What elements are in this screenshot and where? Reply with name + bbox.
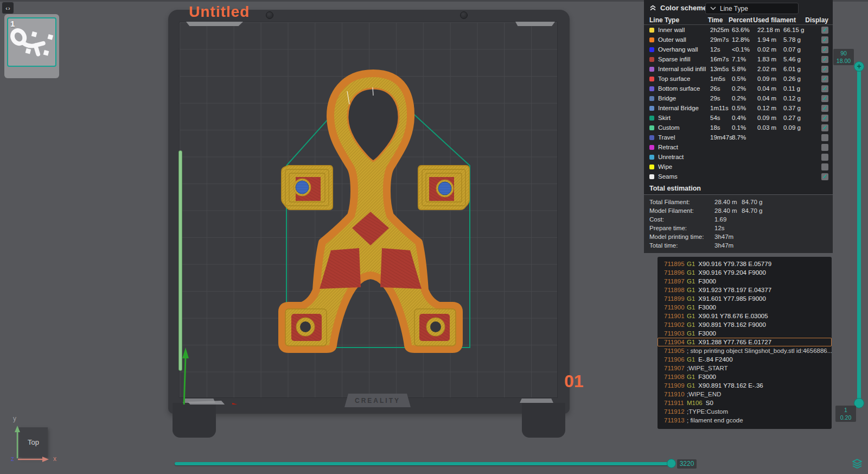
- gcode-args: ;WIPE_END: [687, 391, 721, 397]
- gcode-preview-model: [168, 10, 570, 405]
- gcode-command: G1: [687, 330, 695, 337]
- gcode-line[interactable]: 711897 G1 F3000: [658, 277, 832, 286]
- display-checkbox[interactable]: [821, 144, 828, 151]
- display-checkbox[interactable]: ✓: [821, 46, 828, 53]
- gcode-line-number: 711910: [658, 391, 681, 397]
- plate-thumbnail-card[interactable]: 1: [4, 14, 59, 78]
- line-type-row: Bottom surface 26s 0.2% 0.04 m 0.11 g ✓: [644, 84, 833, 93]
- line-type-color-chip: [649, 125, 654, 130]
- line-type-row: Seams ✓: [644, 172, 833, 181]
- gcode-line[interactable]: 711909 G1 X90.891 Y78.162 E-.36: [658, 381, 832, 390]
- gcode-line[interactable]: 711912 ;TYPE:Custom: [658, 407, 832, 416]
- gcode-args: X90.891 Y78.162 F9000: [698, 321, 765, 328]
- gcode-args: F3000: [698, 304, 716, 311]
- display-checkbox[interactable]: ✓: [821, 56, 828, 63]
- display-checkbox[interactable]: ✓: [821, 173, 828, 180]
- gcode-command: G1: [687, 295, 695, 302]
- display-checkbox[interactable]: ✓: [821, 75, 828, 83]
- gcode-args: F3000: [698, 374, 716, 380]
- total-row-value2: 84.70 g: [742, 199, 762, 205]
- line-type-length: 0.12 m: [757, 105, 783, 111]
- gcode-line[interactable]: 711904 G1 X91.288 Y77.765 E.01727: [658, 338, 832, 346]
- layer-slider-top-handle[interactable]: +: [854, 61, 864, 72]
- gcode-line[interactable]: 711901 G1 X90.91 Y78.676 E.03005: [658, 312, 832, 320]
- display-checkbox[interactable]: ✓: [821, 115, 828, 122]
- line-type-percent: 0.5%: [732, 75, 757, 82]
- display-checkbox[interactable]: ✓: [821, 27, 828, 34]
- total-row-value1: 28.40 m: [714, 207, 742, 214]
- line-type-row: Retract: [644, 142, 833, 152]
- line-type-percent: 5.8%: [732, 66, 757, 72]
- total-row-label: Model printing time:: [649, 233, 714, 240]
- gcode-line[interactable]: 711895 G1 X90.916 Y79.738 E.05779: [658, 260, 832, 268]
- line-type-time: 2h25m: [710, 27, 732, 33]
- line-type-time: 26s: [710, 85, 732, 92]
- line-type-label: Custom: [658, 124, 710, 131]
- gcode-line-number: 711901: [658, 313, 681, 319]
- line-type-weight: 5.46 g: [783, 56, 812, 62]
- gcode-line[interactable]: 711908 G1 F3000: [658, 372, 832, 381]
- gcode-line-number: 711909: [658, 382, 681, 389]
- line-type-weight: 0.11 g: [783, 85, 812, 92]
- line-type-weight: 0.09 g: [783, 124, 812, 131]
- line-type-color-chip: [649, 77, 654, 81]
- line-type-length: 1.94 m: [757, 36, 783, 43]
- gcode-line[interactable]: 711910 ;WIPE_END: [658, 390, 832, 399]
- total-estimation-row: Model printing time: 3h47m: [644, 232, 833, 241]
- gcode-line-number: 711906: [658, 356, 681, 363]
- color-scheme-dropdown[interactable]: Line Type: [705, 3, 799, 14]
- total-row-label: Total Filament:: [649, 199, 714, 205]
- line-type-row: Bridge 29s 0.2% 0.04 m 0.12 g ✓: [644, 93, 833, 103]
- display-checkbox[interactable]: ✓: [821, 66, 828, 73]
- total-row-label: Total time:: [649, 242, 714, 249]
- chevron-right-icon: ›: [8, 5, 10, 11]
- gcode-line-number: 711895: [658, 261, 681, 267]
- gcode-line[interactable]: 711896 G1 X90.916 Y79.204 F9000: [658, 268, 832, 277]
- line-type-percent: 63.6%: [732, 27, 757, 33]
- line-type-weight: 0.37 g: [783, 105, 812, 111]
- collapse-up-icon[interactable]: [649, 4, 656, 11]
- gcode-args: X90.91 Y78.676 E.03005: [698, 313, 768, 319]
- display-checkbox[interactable]: ✓: [821, 36, 828, 43]
- display-checkbox[interactable]: [821, 134, 828, 141]
- gcode-command: G1: [687, 287, 695, 293]
- gcode-command: G1: [687, 356, 695, 363]
- gcode-viewer[interactable]: 711895 G1 X90.916 Y79.738 E.05779 711896…: [658, 257, 832, 429]
- color-scheme-header: Color scheme Line Type: [644, 0, 833, 15]
- gcode-line-number: 711912: [658, 408, 681, 415]
- line-type-color-chip: [649, 96, 654, 101]
- gcode-line[interactable]: 711911 M106 S0: [658, 399, 832, 407]
- display-checkbox[interactable]: ✓: [821, 85, 828, 92]
- gcode-step-slider-handle[interactable]: [667, 459, 676, 468]
- display-checkbox[interactable]: ✓: [821, 105, 828, 112]
- gcode-line[interactable]: 711906 G1 E-.84 F2400: [658, 355, 832, 364]
- display-checkbox[interactable]: ✓: [821, 124, 828, 131]
- gcode-step-slider-track[interactable]: [175, 462, 672, 465]
- gcode-line[interactable]: 711913 ; filament end gcode: [658, 416, 832, 425]
- gcode-args: ;TYPE:Custom: [687, 408, 728, 415]
- line-type-label: Bottom surface: [658, 85, 710, 92]
- gcode-line[interactable]: 711898 G1 X91.923 Y78.197 E.04377: [658, 286, 832, 294]
- line-type-length: 0.03 m: [757, 124, 783, 131]
- bed-origin-axes: [176, 347, 242, 405]
- display-checkbox[interactable]: [821, 154, 828, 161]
- collapse-sidebar-button[interactable]: ‹ ›: [2, 2, 14, 14]
- line-type-color-chip: [649, 145, 654, 150]
- line-type-label: Sparse infill: [658, 56, 710, 62]
- line-type-row: Skirt 54s 0.4% 0.09 m 0.27 g ✓: [644, 113, 833, 123]
- gcode-line[interactable]: 711902 G1 X90.891 Y78.162 F9000: [658, 320, 832, 329]
- gcode-line[interactable]: 711905 ; stop printing object Slingshot_…: [658, 346, 832, 355]
- gcode-line[interactable]: 711903 G1 F3000: [658, 329, 832, 338]
- display-checkbox[interactable]: [821, 163, 828, 170]
- gcode-line[interactable]: 711907 ;WIPE_START: [658, 364, 832, 372]
- layer-slider-track[interactable]: [857, 65, 861, 405]
- line-type-row: Custom 18s 0.1% 0.03 m 0.09 g ✓: [644, 123, 833, 132]
- gcode-line[interactable]: 711900 G1 F3000: [658, 303, 832, 312]
- display-checkbox[interactable]: ✓: [821, 95, 828, 102]
- gcode-command: G1: [687, 321, 695, 328]
- total-estimation-block: Total Filament: 28.40 m 84.70 g Model Fi…: [644, 194, 833, 253]
- line-type-weight: 5.78 g: [783, 36, 812, 43]
- line-type-time: 19m47s: [710, 134, 732, 141]
- gcode-line[interactable]: 711899 G1 X91.601 Y77.985 F9000: [658, 294, 832, 303]
- layers-icon[interactable]: [852, 458, 863, 469]
